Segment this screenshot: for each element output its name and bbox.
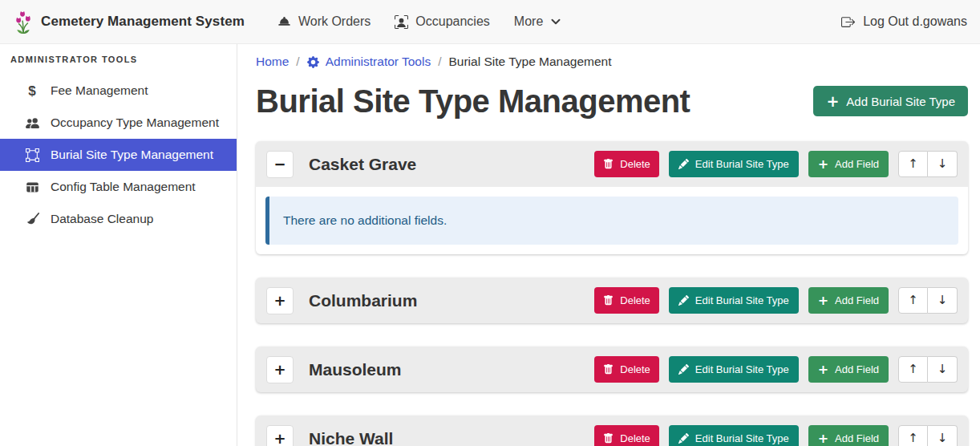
add-burial-site-type-button[interactable]: + Add Burial Site Type (813, 86, 968, 116)
pencil-icon (678, 295, 689, 306)
arrow-down-icon: ↓ (937, 294, 948, 306)
delete-button[interactable]: Delete (594, 425, 659, 446)
logout-button[interactable]: Log Out d.gowans (841, 14, 967, 29)
reorder-button-group: ↑↓ (898, 287, 958, 314)
page-title: Burial Site Type Management (256, 82, 690, 120)
pencil-icon (678, 433, 689, 444)
button-label: Edit Burial Site Type (695, 432, 789, 444)
sidebar-item-label: Config Table Management (51, 180, 196, 194)
sidebar-item-config-table-management[interactable]: Config Table Management (0, 171, 237, 203)
logout-label: Log Out d.gowans (863, 14, 967, 29)
move-up-button[interactable]: ↑ (898, 425, 928, 446)
panel-title: Mausoleum (309, 360, 402, 379)
arrow-down-icon: ↓ (937, 158, 948, 170)
sidebar-item-label: Database Cleanup (51, 212, 153, 226)
nav-item-occupancies[interactable]: Occupancies (395, 14, 490, 29)
logout-icon (841, 15, 855, 29)
sidebar-nav: $Fee ManagementOccupancy Type Management… (0, 75, 237, 235)
add-field-button[interactable]: +Add Field (808, 151, 889, 177)
nav-item-work-orders[interactable]: Work Orders (277, 14, 371, 29)
button-label: Edit Burial Site Type (695, 294, 789, 306)
sidebar: ADMINISTRATOR TOOLS $Fee ManagementOccup… (0, 44, 237, 446)
move-down-button[interactable]: ↓ (928, 151, 958, 177)
collapse-toggle-button[interactable]: − (266, 151, 294, 178)
arrow-down-icon: ↓ (937, 432, 948, 444)
add-burial-site-type-label: Add Burial Site Type (846, 95, 955, 108)
panel-body: There are no additional fields. (256, 187, 968, 254)
delete-button[interactable]: Delete (594, 287, 659, 314)
nav-item-label: More (514, 14, 543, 29)
add-field-button[interactable]: +Add Field (808, 287, 889, 314)
sidebar-item-burial-site-type-management[interactable]: Burial Site Type Management (0, 139, 237, 171)
panel-title: Casket Grave (309, 155, 416, 174)
sidebar-item-label: Occupancy Type Management (51, 116, 219, 130)
arrow-up-icon: ↑ (908, 432, 918, 444)
panel-header: +Niche WallDeleteEdit Burial Site Type+A… (256, 416, 968, 446)
edit-burial-site-type-button[interactable]: Edit Burial Site Type (669, 356, 799, 383)
panel-header: +ColumbariumDeleteEdit Burial Site Type+… (256, 278, 968, 323)
breadcrumb-separator: / (438, 55, 441, 69)
edit-burial-site-type-button[interactable]: Edit Burial Site Type (669, 425, 799, 446)
plus-icon: + (818, 363, 828, 376)
sidebar-item-label: Burial Site Type Management (51, 148, 213, 162)
move-down-button[interactable]: ↓ (928, 287, 958, 314)
minus-icon: − (273, 157, 285, 172)
move-up-button[interactable]: ↑ (898, 151, 928, 177)
add-field-button[interactable]: +Add Field (808, 356, 889, 383)
dollar-icon: $ (24, 84, 40, 98)
chevron-down-icon (551, 17, 561, 26)
breadcrumb-admin-tools-link[interactable]: Administrator Tools (307, 55, 431, 69)
panel-columbarium: +ColumbariumDeleteEdit Burial Site Type+… (256, 278, 968, 323)
people-icon (24, 116, 40, 130)
panel-title: Columbarium (309, 291, 417, 310)
page-header: Burial Site Type Management + Add Burial… (256, 82, 968, 120)
button-label: Add Field (835, 158, 879, 170)
plus-icon: + (818, 294, 828, 307)
pencil-icon (678, 159, 689, 169)
arrow-up-icon: ↑ (908, 363, 918, 375)
panel-casket-grave: −Casket GraveDeleteEdit Burial Site Type… (256, 141, 968, 254)
button-label: Delete (620, 158, 650, 170)
button-label: Add Field (835, 432, 879, 444)
main-content: Home / Administrator Tools / Burial Site… (237, 44, 980, 446)
breadcrumb-home-link[interactable]: Home (256, 55, 289, 69)
panel-niche-wall: +Niche WallDeleteEdit Burial Site Type+A… (256, 416, 968, 446)
app-brand: Cemetery Management System (13, 10, 245, 34)
panel-header: +MausoleumDeleteEdit Burial Site Type+Ad… (256, 347, 968, 392)
panel-actions: DeleteEdit Burial Site Type+Add Field↑↓ (594, 287, 958, 314)
hard-hat-icon (277, 15, 291, 29)
app-title: Cemetery Management System (41, 14, 245, 30)
move-down-button[interactable]: ↓ (928, 356, 958, 383)
move-up-button[interactable]: ↑ (898, 356, 928, 383)
panel-actions: DeleteEdit Burial Site Type+Add Field↑↓ (594, 425, 958, 446)
move-up-button[interactable]: ↑ (898, 287, 928, 314)
add-field-button[interactable]: +Add Field (808, 425, 889, 446)
button-label: Add Field (835, 294, 879, 306)
sidebar-heading: ADMINISTRATOR TOOLS (0, 44, 237, 75)
button-label: Edit Burial Site Type (695, 158, 789, 170)
delete-button[interactable]: Delete (594, 356, 659, 383)
sidebar-item-label: Fee Management (51, 83, 148, 98)
plus-icon: + (818, 158, 828, 171)
edit-burial-site-type-button[interactable]: Edit Burial Site Type (669, 287, 799, 314)
expand-toggle-button[interactable]: + (266, 425, 294, 446)
edit-burial-site-type-button[interactable]: Edit Burial Site Type (669, 151, 799, 177)
move-down-button[interactable]: ↓ (928, 425, 958, 446)
panel-mausoleum: +MausoleumDeleteEdit Burial Site Type+Ad… (256, 347, 968, 392)
bounding-box-icon (24, 148, 40, 162)
expand-toggle-button[interactable]: + (266, 287, 294, 314)
trash-icon (603, 159, 614, 169)
reorder-button-group: ↑↓ (898, 151, 958, 177)
plus-icon: + (273, 363, 285, 377)
delete-button[interactable]: Delete (594, 151, 659, 177)
nav-item-label: Occupancies (415, 14, 490, 29)
sidebar-item-database-cleanup[interactable]: Database Cleanup (0, 203, 237, 235)
top-navbar: Cemetery Management System Work OrdersOc… (0, 0, 980, 44)
expand-toggle-button[interactable]: + (266, 356, 294, 383)
sidebar-item-occupancy-type-management[interactable]: Occupancy Type Management (0, 107, 237, 139)
sidebar-item-fee-management[interactable]: $Fee Management (0, 75, 237, 107)
top-nav-links: Work OrdersOccupanciesMore (265, 14, 573, 29)
nav-item-more[interactable]: More (514, 14, 561, 29)
alert-message: There are no additional fields. (283, 213, 447, 227)
nav-item-label: Work Orders (298, 14, 371, 29)
